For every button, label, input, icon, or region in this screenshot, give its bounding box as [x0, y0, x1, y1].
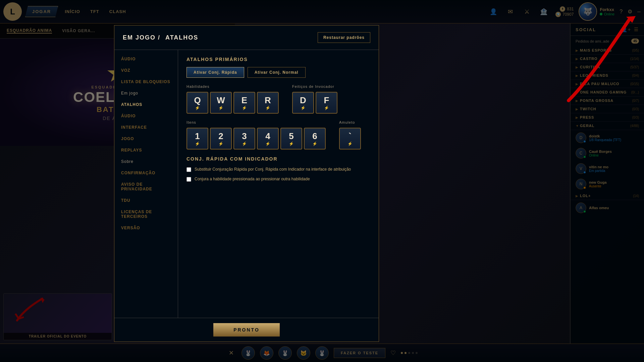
- item-4-letter: 4: [265, 131, 270, 141]
- sidebar-item-jogo[interactable]: JOGO: [114, 133, 178, 144]
- settings-modal: EM JOGO / ATALHOS Restaurar padrões ÁUDI…: [114, 25, 379, 342]
- key-e-icon: ⚡: [242, 106, 247, 110]
- sidebar-item-atalhos[interactable]: ATALHOS: [114, 99, 178, 110]
- key-q-letter: Q: [194, 95, 201, 106]
- feiticos-col: Feitiços de Invocador D ⚡ F ⚡: [292, 84, 337, 114]
- item-1-icon: ⚡: [195, 141, 200, 146]
- feiticos-keys-grid: D ⚡ F ⚡: [292, 92, 337, 114]
- item-6-icon: ⚡: [312, 141, 317, 146]
- key-f[interactable]: F ⚡: [316, 92, 337, 114]
- amuleto-key-icon: ⚡: [347, 141, 353, 146]
- btn-normal[interactable]: Ativar Conj. Normal: [248, 67, 306, 78]
- sidebar-item-voz[interactable]: VOZ: [114, 65, 178, 76]
- feiticos-label: Feitiços de Invocador: [292, 84, 337, 88]
- key-r-icon: ⚡: [265, 106, 270, 110]
- key-d[interactable]: D ⚡: [292, 92, 314, 114]
- item-2-letter: 2: [218, 131, 223, 141]
- sidebar-item-audio2[interactable]: ÁUDIO: [114, 110, 178, 122]
- amuleto-label: Amuleto: [339, 120, 361, 124]
- checkbox-2-label: Conjura a habilidade pressionada ao pres…: [195, 176, 310, 182]
- key-f-letter: F: [324, 95, 329, 106]
- item-key-2[interactable]: 2 ⚡: [210, 128, 232, 149]
- keys-section: Habilidades Q ⚡ W ⚡ E ⚡: [186, 84, 370, 114]
- habilidades-keys-grid: Q ⚡ W ⚡ E ⚡ R ⚡: [186, 92, 279, 114]
- item-key-6[interactable]: 6 ⚡: [304, 128, 326, 149]
- sidebar-item-replays[interactable]: REPLAYS: [114, 144, 178, 156]
- pronto-button[interactable]: PRONTO: [213, 323, 280, 337]
- item-key-4[interactable]: 4 ⚡: [257, 128, 279, 149]
- key-w[interactable]: W ⚡: [210, 92, 232, 114]
- key-e-letter: E: [241, 95, 247, 106]
- restore-defaults-button[interactable]: Restaurar padrões: [318, 32, 370, 43]
- modal-main-content: ATALHOS PRIMÁRIOS Ativar Conj. Rápida At…: [178, 50, 379, 318]
- modal-breadcrumb: EM JOGO /: [123, 34, 160, 41]
- modal-title-main: ATALHOS: [165, 34, 198, 41]
- item-1-letter: 1: [195, 131, 200, 141]
- key-q-icon: ⚡: [195, 106, 200, 110]
- habilidades-label: Habilidades: [186, 84, 279, 88]
- btn-rapida[interactable]: Ativar Conj. Rápida: [186, 67, 244, 78]
- item-3-icon: ⚡: [242, 141, 247, 146]
- sidebar-item-tdu[interactable]: TDU: [114, 195, 178, 206]
- sidebar-item-lista-bloqueios[interactable]: LISTA DE BLOQUEIOS: [114, 76, 178, 87]
- checkbox-1-label: Substituir Conjuração Rápida por Conj. R…: [195, 167, 351, 172]
- key-d-letter: D: [300, 95, 306, 106]
- item-5-icon: ⚡: [289, 141, 294, 146]
- key-d-icon: ⚡: [301, 106, 306, 110]
- items-row: Itens 1 ⚡ 2 ⚡ 3: [186, 120, 370, 149]
- item-key-1[interactable]: 1 ⚡: [186, 128, 208, 149]
- items-section: Itens 1 ⚡ 2 ⚡ 3: [186, 120, 370, 149]
- key-w-icon: ⚡: [218, 106, 223, 110]
- checkbox-row-1: Substituir Conjuração Rápida por Conj. R…: [186, 167, 370, 172]
- habilidades-col: Habilidades Q ⚡ W ⚡ E ⚡: [186, 84, 279, 114]
- item-2-icon: ⚡: [218, 141, 223, 146]
- conj-title: CONJ. RÁPIDA COM INDICADOR: [186, 156, 370, 162]
- itens-grid: 1 ⚡ 2 ⚡ 3 ⚡ 4: [186, 128, 326, 149]
- amuleto-grid: ` ⚡: [339, 128, 361, 149]
- sidebar-item-licencas[interactable]: LICENÇAS DE TERCEIROS: [114, 206, 178, 222]
- item-key-3[interactable]: 3 ⚡: [233, 128, 255, 149]
- key-q[interactable]: Q ⚡: [186, 92, 208, 114]
- item-4-icon: ⚡: [265, 141, 270, 146]
- amuleto-col: Amuleto ` ⚡: [339, 120, 361, 149]
- section-title-atalhos: ATALHOS PRIMÁRIOS: [186, 57, 370, 62]
- sidebar-item-audio1[interactable]: ÁUDIO: [114, 53, 178, 65]
- sidebar-item-em-jogo[interactable]: Em jogo: [114, 87, 178, 99]
- sidebar-item-interface[interactable]: INTERFACE: [114, 122, 178, 133]
- key-w-letter: W: [217, 95, 225, 106]
- checkbox-1[interactable]: [186, 167, 191, 172]
- amuleto-key[interactable]: ` ⚡: [339, 128, 361, 149]
- key-e[interactable]: E ⚡: [233, 92, 255, 114]
- conj-button-group: Ativar Conj. Rápida Ativar Conj. Normal: [186, 67, 370, 78]
- item-3-letter: 3: [242, 131, 247, 141]
- itens-label: Itens: [186, 120, 326, 124]
- itens-col: Itens 1 ⚡ 2 ⚡ 3: [186, 120, 326, 149]
- amuleto-key-letter: `: [348, 131, 352, 141]
- modal-title: EM JOGO / ATALHOS: [123, 34, 198, 41]
- key-r[interactable]: R ⚡: [257, 92, 279, 114]
- key-f-icon: ⚡: [324, 106, 329, 110]
- item-key-5[interactable]: 5 ⚡: [280, 128, 302, 149]
- modal-footer: PRONTO: [114, 318, 379, 342]
- key-r-letter: R: [265, 95, 271, 106]
- sidebar-item-versao[interactable]: VERSÃO: [114, 222, 178, 234]
- modal-header: EM JOGO / ATALHOS Restaurar padrões: [114, 25, 379, 50]
- checkbox-row-2: Conjura a habilidade pressionada ao pres…: [186, 176, 370, 182]
- sidebar-item-confirmacao[interactable]: CONFIRMAÇÃO: [114, 167, 178, 179]
- sidebar-item-sobre[interactable]: Sobre: [114, 156, 178, 167]
- checkbox-2[interactable]: [186, 177, 191, 182]
- item-5-letter: 5: [289, 131, 293, 141]
- sidebar-item-privacidade[interactable]: AVISO DE PRIVACIDADE: [114, 179, 178, 195]
- conj-section: CONJ. RÁPIDA COM INDICADOR Substituir Co…: [186, 156, 370, 182]
- item-6-letter: 6: [312, 131, 317, 141]
- modal-sidebar: ÁUDIO VOZ LISTA DE BLOQUEIOS Em jogo ATA…: [114, 50, 178, 318]
- modal-body: ÁUDIO VOZ LISTA DE BLOQUEIOS Em jogo ATA…: [114, 50, 379, 318]
